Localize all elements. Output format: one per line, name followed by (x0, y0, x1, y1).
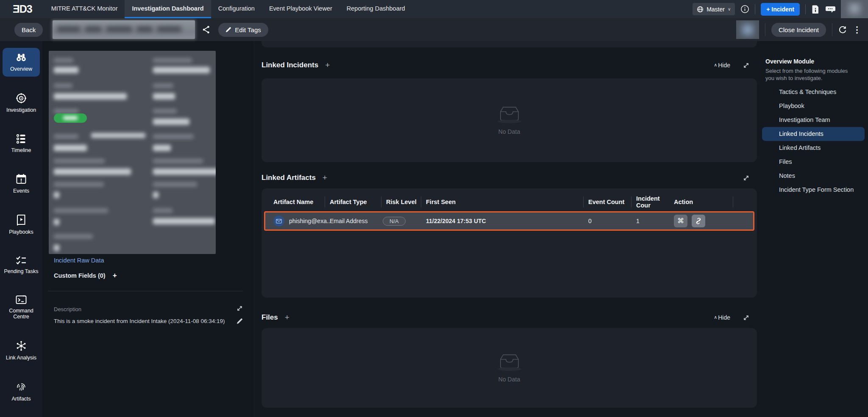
incident-count-cell: 1 (632, 218, 674, 224)
module-item-files[interactable]: Files (762, 155, 865, 169)
sidebar-item-timeline[interactable]: Timeline (3, 129, 40, 158)
divider (48, 291, 243, 291)
column-risk-level[interactable]: Risk Level (381, 196, 421, 207)
sidebar-item-overview[interactable]: Overview (3, 48, 40, 77)
sidebar-item-pending-tasks[interactable]: Pending Tasks (3, 251, 40, 279)
tab-reporting-dashboard[interactable]: Reporting Dashboard (339, 0, 412, 18)
add-file-button[interactable]: + (285, 313, 289, 322)
sidebar-item-label: Pending Tasks (4, 268, 38, 275)
refresh-icon (838, 25, 847, 34)
divider (832, 23, 832, 36)
expand-linked-artifacts-button[interactable] (743, 175, 749, 181)
info-icon (740, 5, 749, 14)
edit-description-button[interactable] (236, 318, 243, 324)
tab-configuration[interactable]: Configuration (211, 0, 262, 18)
chat-icon (825, 5, 835, 14)
playbook-icon (16, 214, 27, 226)
tenant-label: Master (707, 6, 725, 13)
divider (765, 23, 765, 36)
description-text: This is a smoke incident from Incident I… (54, 318, 232, 324)
linked-incidents-title: Linked Incidents (262, 61, 318, 69)
sidebar-item-events[interactable]: Events (3, 169, 40, 199)
refresh-button[interactable] (838, 25, 847, 34)
incident-title-redacted (53, 20, 195, 39)
divider (805, 4, 806, 14)
module-item-linked-incidents[interactable]: Linked Incidents (762, 127, 865, 141)
linked-incidents-card: No Data (262, 78, 757, 162)
sidebar-item-investigation[interactable]: Investigation (3, 88, 40, 118)
add-linked-incident-button[interactable]: + (325, 61, 330, 70)
sidebar-item-playbooks[interactable]: Playbooks (3, 210, 40, 240)
sidebar-item-label: Events (13, 188, 29, 194)
document-info-icon (811, 5, 820, 14)
linked-artifacts-title: Linked Artifacts (262, 174, 316, 182)
target-icon (15, 92, 27, 104)
unlink-artifact-button[interactable] (692, 215, 705, 227)
linked-incidents-header: Linked Incidents + ∧ Hide (262, 61, 757, 70)
expand-files-button[interactable] (743, 315, 749, 321)
incident-summary-panel: Incident Raw Data Custom Fields (0) + De… (42, 41, 254, 417)
incident-raw-data-link[interactable]: Incident Raw Data (54, 257, 104, 264)
edit-tags-button[interactable]: Edit Tags (218, 23, 268, 37)
module-item-investigation-team[interactable]: Investigation Team (762, 113, 865, 127)
column-first-seen[interactable]: First Seen (421, 196, 584, 207)
more-options-button[interactable]: ⋮ (853, 25, 861, 34)
sidebar-item-label: Investigation (6, 107, 36, 113)
add-linked-artifact-button[interactable]: + (323, 173, 327, 182)
info-button[interactable] (740, 5, 749, 14)
module-item-tactics-techniques[interactable]: Tactics & Techniques (762, 85, 865, 99)
risk-level-badge: N/A (383, 217, 406, 226)
sidebar-item-command-centre[interactable]: Command Centre (3, 290, 40, 325)
chat-button[interactable] (825, 5, 835, 14)
no-data-label: No Data (498, 376, 520, 383)
user-avatar[interactable] (841, 0, 868, 18)
column-incident-count[interactable]: Incident Cour (632, 196, 674, 207)
module-item-incident-type-form-section[interactable]: Incident Type Form Section (762, 183, 865, 197)
overview-module-title: Overview Module (765, 58, 814, 65)
expand-linked-incidents-button[interactable] (743, 62, 749, 69)
column-action[interactable]: Action (674, 196, 733, 207)
chevron-up-icon: ∧ (714, 315, 717, 320)
add-custom-field-button[interactable]: + (113, 271, 117, 280)
description-label: Description (54, 306, 81, 312)
expand-description-button[interactable] (236, 305, 243, 312)
empty-box-icon (498, 106, 520, 122)
files-header: Files + ∧ Hide (262, 313, 757, 322)
tab-mitre-attack-monitor[interactable]: MITRE ATT&CK Monitor (44, 0, 125, 18)
overview-module-subtitle: Select from the following modules you wi… (765, 67, 852, 82)
hide-linked-incidents-button[interactable]: ∧ Hide (714, 62, 730, 69)
column-artifact-name[interactable]: Artifact Name (273, 196, 325, 207)
no-data-label: No Data (498, 128, 520, 135)
column-artifact-type[interactable]: Artifact Type (325, 196, 381, 207)
edit-tags-label: Edit Tags (235, 26, 261, 33)
sidebar-item-label: Overview (10, 66, 32, 72)
run-command-button[interactable]: ⌘ (674, 215, 687, 227)
module-item-linked-artifacts[interactable]: Linked Artifacts (762, 141, 865, 155)
tab-event-playbook-viewer[interactable]: Event Playbook Viewer (262, 0, 339, 18)
overview-modules-area: Linked Incidents + ∧ Hide No Data (254, 41, 759, 417)
close-incident-button[interactable]: Close Incident (771, 23, 826, 37)
shadow (498, 367, 521, 371)
back-button[interactable]: Back (14, 23, 43, 37)
share-button[interactable] (202, 25, 210, 34)
release-notes-button[interactable] (811, 5, 820, 14)
hide-files-button[interactable]: ∧ Hide (714, 314, 730, 321)
terminal-icon (15, 295, 27, 305)
module-item-playbook[interactable]: Playbook (762, 99, 865, 113)
linked-artifacts-card: Artifact Name Artifact Type Risk Level F… (262, 188, 757, 298)
artifact-table-row[interactable]: phishing@exa... Email Address N/A 11/22/… (264, 211, 754, 231)
sidebar-item-link-analysis[interactable]: Link Analysis (3, 336, 40, 365)
module-item-notes[interactable]: Notes (762, 169, 865, 183)
sidebar-item-artifacts[interactable]: Artifacts (3, 377, 40, 406)
top-nav: ƎD3 MITRE ATT&CK Monitor Investigation D… (0, 0, 868, 18)
binoculars-icon (15, 52, 28, 63)
first-seen-cell: 11/22/2024 17:53 UTC (421, 218, 584, 224)
artifacts-table-header: Artifact Name Artifact Type Risk Level F… (262, 194, 757, 210)
tab-investigation-dashboard[interactable]: Investigation Dashboard (125, 0, 211, 18)
tenant-selector[interactable]: Master ∨ (693, 3, 735, 15)
new-incident-button[interactable]: + Incident (761, 3, 800, 16)
column-event-count[interactable]: Event Count (584, 196, 632, 207)
files-title: Files (262, 313, 278, 322)
d3-logo: ƎD3 (13, 3, 32, 15)
event-count-cell: 0 (584, 218, 632, 224)
